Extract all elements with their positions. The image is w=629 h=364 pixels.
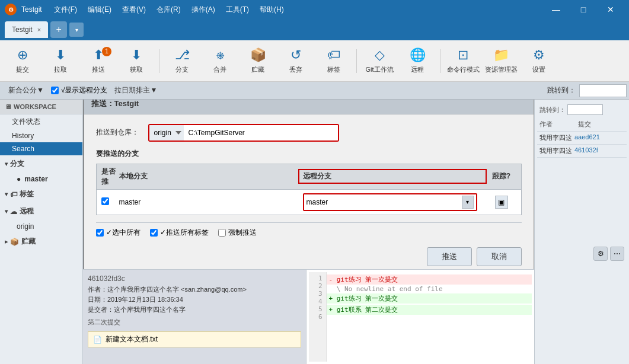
dialog-title-bar: 推送：Testgit: [84, 100, 534, 114]
jump-to-right-input[interactable]: [567, 104, 603, 115]
push-all-tags-option[interactable]: ✓推送所有标签: [150, 228, 209, 238]
subtab-sort[interactable]: 新合公分▼: [2, 84, 50, 98]
force-push-label: 强制推送: [228, 228, 257, 238]
settings-button[interactable]: ⚙ 设置: [521, 43, 557, 79]
toolbar-separator-1: [159, 49, 159, 73]
commit-hash-2: 461032f: [574, 146, 598, 155]
app-logo: ⚙: [5, 4, 17, 15]
stash-button[interactable]: 📦 贮藏: [240, 43, 276, 79]
branches-section-label: 分支: [10, 159, 24, 169]
push-tags-label: ✓推送所有标签: [160, 228, 209, 238]
menu-tools[interactable]: 工具(T): [221, 2, 254, 17]
branch-bullet-icon: ●: [17, 175, 21, 183]
sidebar-remotes-header[interactable]: ▾ ☁ 远程: [0, 203, 82, 220]
sidebar-branches-header[interactable]: ▾ 分支: [0, 155, 82, 173]
commit-author: 作者：这个库我用李四这个名字 <san.zhang@qq.com>: [88, 286, 247, 293]
fetch-button[interactable]: ⬇ 获取: [119, 43, 154, 79]
settings-icon: ⚙: [533, 47, 545, 63]
repo-tab[interactable]: Testgit ×: [5, 21, 48, 38]
subtab-date[interactable]: 拉日期排主▼: [108, 84, 163, 98]
line-num-3: 3: [309, 290, 326, 298]
force-push-option[interactable]: 强制推送: [218, 228, 257, 238]
tag-button[interactable]: 🏷 标签: [316, 43, 352, 79]
right-panel: 跳转到： 作者 提交 我用李四这 aaed621 我用李四这 461032f ⚙…: [534, 100, 629, 364]
diff-line-1: - git练习 第一次提交: [327, 274, 532, 285]
stash-icon: 📦: [250, 47, 266, 63]
tab-dropdown-button[interactable]: ▾: [69, 23, 84, 37]
dialog-title: 推送：Testgit: [91, 100, 139, 108]
branch-table-header: 是否推 本地分支 远程分支 跟踪?: [96, 164, 522, 189]
menu-edit[interactable]: 编辑(E): [83, 2, 116, 17]
tags-chevron-icon: ▾: [5, 191, 8, 197]
remote-branch-label: 远程分支: [303, 171, 331, 181]
push-button-dialog[interactable]: 推送: [427, 247, 472, 266]
line-numbers: 1 2 3 4 5 6: [309, 272, 327, 362]
remote-icon: 🌐: [410, 47, 426, 63]
terminal-icon: ⊡: [458, 47, 468, 63]
maximize-button[interactable]: □: [570, 0, 597, 19]
track-checkbox-button[interactable]: ▣: [495, 196, 508, 209]
panel-controls: ⚙ ⋯: [591, 244, 627, 263]
more-button[interactable]: ⋯: [610, 247, 624, 261]
close-button[interactable]: ✕: [597, 0, 624, 19]
tag-label: 标签: [327, 65, 340, 74]
explorer-button[interactable]: 📁 资源管理器: [483, 43, 519, 79]
window-controls: — □ ✕: [542, 0, 624, 19]
line-num-6: 6: [309, 313, 326, 321]
remote-select[interactable]: origin: [149, 125, 184, 141]
branch-checkbox[interactable]: [101, 197, 109, 205]
menu-action[interactable]: 操作(A): [187, 2, 220, 17]
sidebar-stash-header[interactable]: ▸ 📦 贮藏: [0, 233, 82, 250]
workspace-header: 🖥 WORKSPACE: [0, 100, 82, 114]
commit-section2: 第二次提交: [88, 318, 120, 325]
menu-repo[interactable]: 仓库(R): [152, 2, 186, 17]
terminal-button[interactable]: ⊡ 命令行模式: [445, 43, 481, 79]
sidebar-item-filestatus[interactable]: 文件状态: [0, 114, 82, 129]
merge-icon: ⎈: [216, 47, 224, 63]
dialog-actions: 推送 取消: [96, 247, 522, 266]
menu-help[interactable]: 帮助(H): [255, 2, 289, 17]
file-icon: 📄: [93, 336, 102, 344]
line-num-5: 5: [309, 305, 326, 313]
bottom-area: 461032fd3c 作者：这个库我用李四这个名字 <san.zhang@qq.…: [83, 269, 534, 364]
select-all-checkbox[interactable]: [96, 229, 104, 237]
push-button[interactable]: ⬆ 推送 1: [81, 43, 116, 79]
show-remote-check-input[interactable]: [51, 87, 59, 94]
gitflow-button[interactable]: ◇ Git工作流: [362, 43, 397, 79]
remote-button[interactable]: 🌐 远程: [400, 43, 435, 79]
right-commit-row-1: 我用李四这 aaed621: [537, 132, 627, 145]
cancel-button-dialog[interactable]: 取消: [477, 247, 522, 266]
gear-button[interactable]: ⚙: [593, 247, 608, 261]
show-remote-checkbox[interactable]: √显示远程分支: [51, 85, 108, 95]
toolbar-separator-2: [356, 49, 357, 73]
dialog-body: 推送到仓库： origin 要推送的分支: [84, 114, 534, 270]
diff-line-5: + git联系 第二次提交: [327, 305, 532, 315]
new-tab-button[interactable]: +: [50, 21, 67, 38]
select-all-option[interactable]: ✓选中所有: [96, 228, 141, 238]
menu-view[interactable]: 查看(V): [117, 2, 151, 17]
commit-button[interactable]: ⊕ 提交: [5, 43, 40, 79]
repo-input-group: origin: [148, 124, 339, 142]
merge-button[interactable]: ⎈ 合并: [202, 43, 238, 79]
repo-path-input[interactable]: [184, 125, 338, 141]
commit-hash-display: 461032fd3c: [88, 274, 125, 283]
remote-branch-select[interactable]: master: [306, 196, 461, 209]
sidebar-item-origin[interactable]: origin: [0, 220, 82, 233]
sidebar-tags-header[interactable]: ▾ 🏷 标签: [0, 186, 82, 203]
sidebar-item-history[interactable]: History: [0, 129, 82, 142]
pull-button[interactable]: ⬇ 拉取: [43, 43, 78, 79]
discard-button[interactable]: ↺ 丢弃: [278, 43, 314, 79]
branch-button[interactable]: ⎇ 分支: [164, 43, 200, 79]
sidebar-item-search[interactable]: Search: [0, 142, 82, 155]
menu-file[interactable]: 文件(F): [49, 2, 82, 17]
main-area: 🖥 WORKSPACE 文件状态 History Search ▾ 分支 ● m…: [0, 100, 629, 364]
force-push-checkbox[interactable]: [218, 229, 226, 237]
fetch-label: 获取: [130, 65, 143, 74]
remote-branch-dropdown-btn[interactable]: ▾: [462, 196, 474, 209]
line-num-4: 4: [309, 298, 326, 305]
tab-close-icon[interactable]: ×: [37, 26, 41, 33]
jump-to-input[interactable]: [579, 84, 627, 97]
push-tags-checkbox[interactable]: [150, 229, 158, 237]
sidebar-item-master[interactable]: ● master: [0, 173, 82, 186]
minimize-button[interactable]: —: [542, 0, 570, 19]
